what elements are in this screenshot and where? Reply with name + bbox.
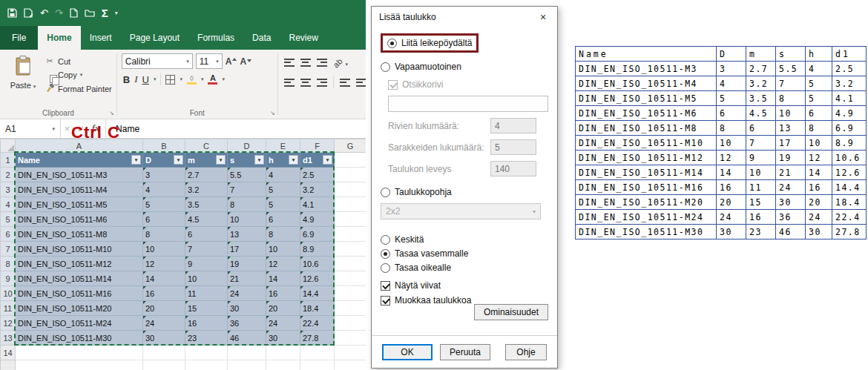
cell[interactable]	[335, 346, 366, 360]
cell[interactable]: 4	[266, 168, 300, 182]
row-header[interactable]: 5	[1, 212, 16, 227]
align-right-icon[interactable]	[317, 79, 327, 87]
cell[interactable]	[266, 346, 300, 360]
cell[interactable]	[335, 227, 366, 242]
customize-quick-access-icon[interactable]: ▾	[115, 8, 118, 18]
cell[interactable]: 16	[185, 316, 228, 331]
filter-icon[interactable]: ▾	[289, 155, 298, 165]
cell[interactable]: 4	[143, 182, 185, 197]
cell[interactable]: 10.6	[300, 257, 335, 271]
row-header[interactable]: 6	[1, 227, 16, 242]
cell[interactable]: 14	[266, 271, 300, 286]
align-bottom-icon[interactable]	[317, 59, 327, 67]
edit-table-checkbox[interactable]: Muokkaa taulukkoa	[381, 295, 471, 305]
cell[interactable]: 8	[143, 227, 185, 242]
cell[interactable]: DIN_EN_ISO_10511-M20	[16, 301, 143, 316]
cell[interactable]: 3.2	[300, 182, 335, 197]
autosum-icon[interactable]: Σ	[102, 8, 108, 18]
column-header[interactable]: C	[185, 139, 228, 153]
cell[interactable]: 8	[266, 227, 300, 242]
row-header[interactable]: 13	[1, 331, 16, 346]
cell[interactable]: 3	[143, 168, 185, 182]
align-middle-icon[interactable]	[300, 59, 311, 67]
cell[interactable]: DIN_EN_ISO_10511-M4	[16, 182, 143, 197]
row-header[interactable]: 3	[1, 182, 16, 197]
cell[interactable]: 6	[185, 227, 228, 242]
cell[interactable]: 4.1	[300, 197, 335, 212]
cell[interactable]: 8	[228, 197, 266, 212]
cell[interactable]: 13	[228, 227, 266, 242]
cell[interactable]	[335, 182, 366, 197]
cell[interactable]	[335, 212, 366, 227]
column-header[interactable]: F	[300, 139, 335, 153]
cell[interactable]: 6	[266, 212, 300, 227]
cell[interactable]: 10	[228, 212, 266, 227]
borders-icon[interactable]	[165, 75, 175, 85]
row-header[interactable]: 4	[1, 197, 16, 212]
cell[interactable]	[335, 301, 366, 316]
cell[interactable]: DIN_EN_ISO_10511-M6	[16, 212, 143, 227]
underline-button[interactable]: U	[142, 74, 148, 85]
cell[interactable]: 12	[143, 257, 185, 271]
open-button[interactable]	[85, 9, 95, 17]
show-lines-checkbox[interactable]: Näytä viivat	[381, 280, 548, 291]
filter-icon[interactable]: ▾	[131, 155, 141, 165]
fill-color-button[interactable]: ◊	[187, 75, 197, 85]
cell[interactable]: 5	[143, 197, 185, 212]
column-header[interactable]: G	[335, 139, 366, 153]
cell[interactable]: 14.4	[300, 286, 335, 301]
cell[interactable]: DIN_EN_ISO_10511-M5	[16, 197, 143, 212]
caret-down-icon[interactable]: ▾	[180, 76, 183, 82]
row-header[interactable]: 11	[1, 301, 16, 316]
cell[interactable]: 24	[143, 316, 185, 331]
column-header[interactable]: B	[143, 139, 185, 153]
row-header[interactable]: 2	[1, 168, 16, 182]
sheet-header-cell[interactable]: Name▾	[16, 153, 143, 168]
row-header[interactable]: 8	[1, 257, 16, 271]
format-painter-button[interactable]: Format Painter	[45, 84, 112, 94]
cell[interactable]: 7	[228, 182, 266, 197]
tab-home[interactable]: Home	[38, 26, 80, 50]
cell[interactable]: 12	[266, 257, 300, 271]
tab-insert[interactable]: Insert	[81, 26, 121, 50]
cell[interactable]: 21	[228, 271, 266, 286]
caret-down-icon[interactable]: ▾	[154, 76, 157, 82]
row-header[interactable]: 9	[1, 271, 16, 286]
cell[interactable]: 20	[143, 301, 185, 316]
cell[interactable]: 10	[266, 242, 300, 257]
cancel-icon[interactable]: ×	[65, 124, 70, 134]
cell[interactable]: 24	[266, 316, 300, 331]
ok-button[interactable]: OK	[382, 344, 433, 360]
sheet-header-cell[interactable]: s▾	[228, 153, 266, 168]
cell[interactable]: 22.4	[300, 316, 335, 331]
properties-button[interactable]: Ominaisuudet	[474, 304, 548, 320]
save-as-button[interactable]	[24, 8, 33, 18]
redo-icon[interactable]: ↷	[55, 8, 63, 18]
cell[interactable]: 5.5	[228, 168, 266, 182]
cell[interactable]	[335, 197, 366, 212]
cell[interactable]: 17	[228, 242, 266, 257]
cell[interactable]: DIN_EN_ISO_10511-M16	[16, 286, 143, 301]
cell[interactable]	[335, 286, 366, 301]
cell[interactable]: 5	[266, 182, 300, 197]
cell[interactable]	[335, 316, 366, 331]
tab-file[interactable]: File	[0, 26, 38, 50]
sheet-header-cell[interactable]: m▾	[185, 153, 228, 168]
cell[interactable]: DIN_EN_ISO_10511-M10	[16, 242, 143, 257]
cell[interactable]	[16, 346, 143, 360]
cell[interactable]: 30	[228, 301, 266, 316]
cell[interactable]	[228, 346, 266, 360]
cell[interactable]: 12.6	[300, 271, 335, 286]
font-name-select[interactable]: Calibri▾	[122, 53, 193, 69]
tab-review[interactable]: Review	[280, 26, 326, 50]
row-header[interactable]: 10	[1, 286, 16, 301]
align-left-radio[interactable]: Tasaa vasemmalle	[381, 248, 548, 259]
tab-formulas[interactable]: Formulas	[188, 26, 243, 50]
caret-down-icon[interactable]: ▾	[222, 76, 225, 82]
cell[interactable]: 3.2	[185, 182, 228, 197]
align-top-icon[interactable]	[284, 59, 295, 67]
select-all-button[interactable]	[1, 139, 16, 153]
paste-from-clipboard-radio[interactable]: Liitä leikepöydältä	[387, 38, 472, 48]
sheet-header-cell[interactable]: h▾	[266, 153, 300, 168]
cell[interactable]: 10	[143, 242, 185, 257]
